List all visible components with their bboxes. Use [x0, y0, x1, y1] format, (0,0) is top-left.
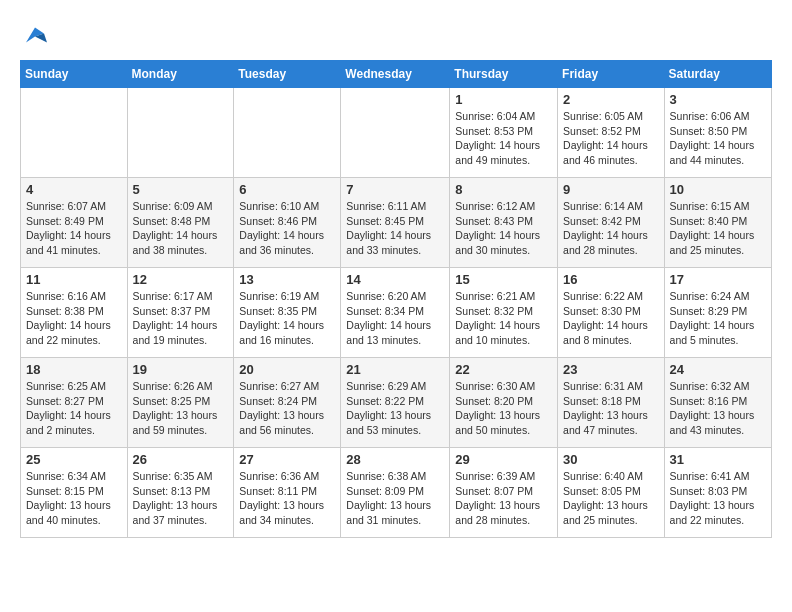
weekday-header-tuesday: Tuesday: [234, 61, 341, 88]
calendar-cell: 18Sunrise: 6:25 AMSunset: 8:27 PMDayligh…: [21, 358, 128, 448]
day-info: Sunrise: 6:16 AMSunset: 8:38 PMDaylight:…: [26, 289, 122, 348]
calendar-cell: 4Sunrise: 6:07 AMSunset: 8:49 PMDaylight…: [21, 178, 128, 268]
day-number: 22: [455, 362, 552, 377]
day-info: Sunrise: 6:31 AMSunset: 8:18 PMDaylight:…: [563, 379, 659, 438]
day-number: 10: [670, 182, 766, 197]
calendar-cell: 8Sunrise: 6:12 AMSunset: 8:43 PMDaylight…: [450, 178, 558, 268]
calendar-cell: 23Sunrise: 6:31 AMSunset: 8:18 PMDayligh…: [558, 358, 665, 448]
day-number: 16: [563, 272, 659, 287]
day-number: 14: [346, 272, 444, 287]
calendar-cell: 13Sunrise: 6:19 AMSunset: 8:35 PMDayligh…: [234, 268, 341, 358]
logo-icon: [20, 20, 50, 50]
day-number: 19: [133, 362, 229, 377]
day-number: 20: [239, 362, 335, 377]
day-info: Sunrise: 6:09 AMSunset: 8:48 PMDaylight:…: [133, 199, 229, 258]
calendar-cell: 25Sunrise: 6:34 AMSunset: 8:15 PMDayligh…: [21, 448, 128, 538]
calendar-cell: 1Sunrise: 6:04 AMSunset: 8:53 PMDaylight…: [450, 88, 558, 178]
calendar-week-1: 1Sunrise: 6:04 AMSunset: 8:53 PMDaylight…: [21, 88, 772, 178]
calendar-cell: 19Sunrise: 6:26 AMSunset: 8:25 PMDayligh…: [127, 358, 234, 448]
calendar-cell: 29Sunrise: 6:39 AMSunset: 8:07 PMDayligh…: [450, 448, 558, 538]
calendar-cell: 31Sunrise: 6:41 AMSunset: 8:03 PMDayligh…: [664, 448, 771, 538]
day-info: Sunrise: 6:06 AMSunset: 8:50 PMDaylight:…: [670, 109, 766, 168]
day-number: 29: [455, 452, 552, 467]
day-number: 18: [26, 362, 122, 377]
calendar-cell: 14Sunrise: 6:20 AMSunset: 8:34 PMDayligh…: [341, 268, 450, 358]
day-info: Sunrise: 6:32 AMSunset: 8:16 PMDaylight:…: [670, 379, 766, 438]
day-info: Sunrise: 6:15 AMSunset: 8:40 PMDaylight:…: [670, 199, 766, 258]
day-info: Sunrise: 6:30 AMSunset: 8:20 PMDaylight:…: [455, 379, 552, 438]
logo: [20, 20, 54, 50]
day-info: Sunrise: 6:34 AMSunset: 8:15 PMDaylight:…: [26, 469, 122, 528]
calendar-cell: 12Sunrise: 6:17 AMSunset: 8:37 PMDayligh…: [127, 268, 234, 358]
day-info: Sunrise: 6:10 AMSunset: 8:46 PMDaylight:…: [239, 199, 335, 258]
calendar-cell: 3Sunrise: 6:06 AMSunset: 8:50 PMDaylight…: [664, 88, 771, 178]
day-number: 26: [133, 452, 229, 467]
weekday-header-thursday: Thursday: [450, 61, 558, 88]
calendar-cell: 22Sunrise: 6:30 AMSunset: 8:20 PMDayligh…: [450, 358, 558, 448]
day-info: Sunrise: 6:12 AMSunset: 8:43 PMDaylight:…: [455, 199, 552, 258]
calendar-cell: 20Sunrise: 6:27 AMSunset: 8:24 PMDayligh…: [234, 358, 341, 448]
day-number: 15: [455, 272, 552, 287]
day-info: Sunrise: 6:35 AMSunset: 8:13 PMDaylight:…: [133, 469, 229, 528]
day-number: 8: [455, 182, 552, 197]
calendar-cell: 21Sunrise: 6:29 AMSunset: 8:22 PMDayligh…: [341, 358, 450, 448]
calendar-cell: 10Sunrise: 6:15 AMSunset: 8:40 PMDayligh…: [664, 178, 771, 268]
weekday-header-wednesday: Wednesday: [341, 61, 450, 88]
calendar-cell: 17Sunrise: 6:24 AMSunset: 8:29 PMDayligh…: [664, 268, 771, 358]
day-number: 31: [670, 452, 766, 467]
day-number: 5: [133, 182, 229, 197]
calendar-header-row: SundayMondayTuesdayWednesdayThursdayFrid…: [21, 61, 772, 88]
day-info: Sunrise: 6:41 AMSunset: 8:03 PMDaylight:…: [670, 469, 766, 528]
day-number: 24: [670, 362, 766, 377]
day-info: Sunrise: 6:21 AMSunset: 8:32 PMDaylight:…: [455, 289, 552, 348]
day-info: Sunrise: 6:04 AMSunset: 8:53 PMDaylight:…: [455, 109, 552, 168]
calendar-table: SundayMondayTuesdayWednesdayThursdayFrid…: [20, 60, 772, 538]
calendar-cell: [127, 88, 234, 178]
calendar-cell: 6Sunrise: 6:10 AMSunset: 8:46 PMDaylight…: [234, 178, 341, 268]
day-number: 7: [346, 182, 444, 197]
calendar-cell: 7Sunrise: 6:11 AMSunset: 8:45 PMDaylight…: [341, 178, 450, 268]
day-number: 1: [455, 92, 552, 107]
day-info: Sunrise: 6:19 AMSunset: 8:35 PMDaylight:…: [239, 289, 335, 348]
day-info: Sunrise: 6:22 AMSunset: 8:30 PMDaylight:…: [563, 289, 659, 348]
calendar-cell: 28Sunrise: 6:38 AMSunset: 8:09 PMDayligh…: [341, 448, 450, 538]
calendar-cell: 26Sunrise: 6:35 AMSunset: 8:13 PMDayligh…: [127, 448, 234, 538]
day-number: 2: [563, 92, 659, 107]
day-info: Sunrise: 6:11 AMSunset: 8:45 PMDaylight:…: [346, 199, 444, 258]
day-number: 11: [26, 272, 122, 287]
calendar-cell: 30Sunrise: 6:40 AMSunset: 8:05 PMDayligh…: [558, 448, 665, 538]
day-number: 12: [133, 272, 229, 287]
calendar-week-5: 25Sunrise: 6:34 AMSunset: 8:15 PMDayligh…: [21, 448, 772, 538]
day-info: Sunrise: 6:26 AMSunset: 8:25 PMDaylight:…: [133, 379, 229, 438]
day-info: Sunrise: 6:38 AMSunset: 8:09 PMDaylight:…: [346, 469, 444, 528]
day-number: 3: [670, 92, 766, 107]
day-info: Sunrise: 6:27 AMSunset: 8:24 PMDaylight:…: [239, 379, 335, 438]
calendar-cell: [341, 88, 450, 178]
calendar-week-4: 18Sunrise: 6:25 AMSunset: 8:27 PMDayligh…: [21, 358, 772, 448]
calendar-cell: 24Sunrise: 6:32 AMSunset: 8:16 PMDayligh…: [664, 358, 771, 448]
day-info: Sunrise: 6:40 AMSunset: 8:05 PMDaylight:…: [563, 469, 659, 528]
day-info: Sunrise: 6:24 AMSunset: 8:29 PMDaylight:…: [670, 289, 766, 348]
day-number: 30: [563, 452, 659, 467]
day-info: Sunrise: 6:05 AMSunset: 8:52 PMDaylight:…: [563, 109, 659, 168]
day-info: Sunrise: 6:25 AMSunset: 8:27 PMDaylight:…: [26, 379, 122, 438]
calendar-week-2: 4Sunrise: 6:07 AMSunset: 8:49 PMDaylight…: [21, 178, 772, 268]
day-number: 13: [239, 272, 335, 287]
calendar-cell: 15Sunrise: 6:21 AMSunset: 8:32 PMDayligh…: [450, 268, 558, 358]
day-info: Sunrise: 6:20 AMSunset: 8:34 PMDaylight:…: [346, 289, 444, 348]
calendar-cell: [21, 88, 128, 178]
calendar-cell: 11Sunrise: 6:16 AMSunset: 8:38 PMDayligh…: [21, 268, 128, 358]
calendar-cell: [234, 88, 341, 178]
day-info: Sunrise: 6:29 AMSunset: 8:22 PMDaylight:…: [346, 379, 444, 438]
calendar-cell: 27Sunrise: 6:36 AMSunset: 8:11 PMDayligh…: [234, 448, 341, 538]
page-header: [20, 20, 772, 50]
day-number: 23: [563, 362, 659, 377]
weekday-header-saturday: Saturday: [664, 61, 771, 88]
day-number: 28: [346, 452, 444, 467]
day-number: 6: [239, 182, 335, 197]
day-number: 21: [346, 362, 444, 377]
day-number: 25: [26, 452, 122, 467]
day-info: Sunrise: 6:17 AMSunset: 8:37 PMDaylight:…: [133, 289, 229, 348]
day-number: 27: [239, 452, 335, 467]
day-info: Sunrise: 6:14 AMSunset: 8:42 PMDaylight:…: [563, 199, 659, 258]
